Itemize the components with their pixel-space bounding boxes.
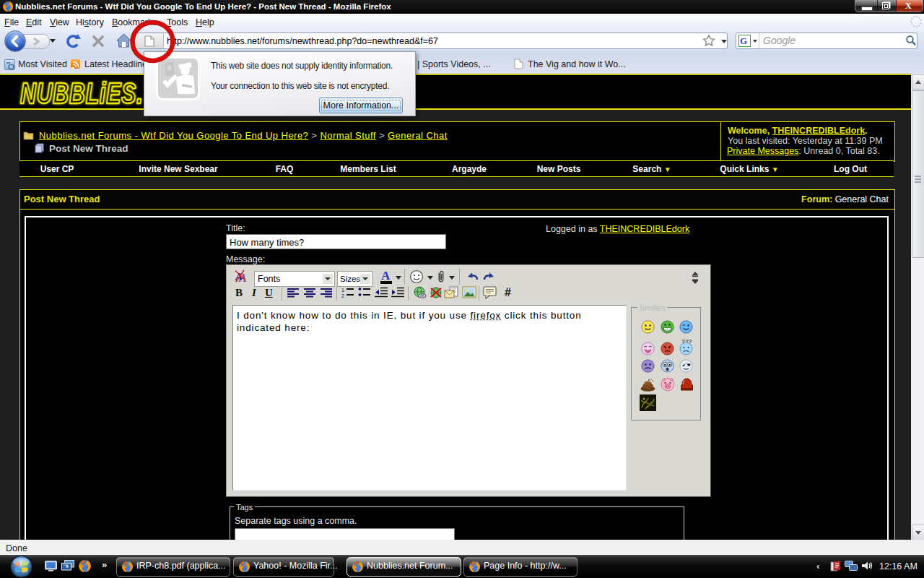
svg-text:A: A <box>381 269 391 282</box>
svg-text:1: 1 <box>341 288 344 293</box>
svg-text:2: 2 <box>341 293 344 298</box>
